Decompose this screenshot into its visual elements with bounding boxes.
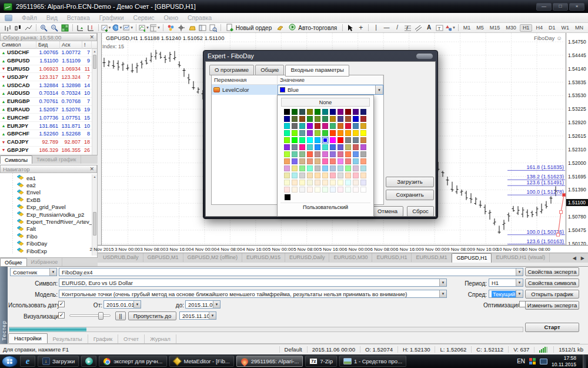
column-header[interactable]: Бид bbox=[36, 41, 60, 49]
palette-color-FFEFD5[interactable] bbox=[322, 180, 328, 185]
palette-color-FF1493[interactable] bbox=[299, 144, 305, 150]
chart-tab-GBPUSD,H1[interactable]: GBPUSD,H1 bbox=[452, 253, 492, 263]
menu-item-5[interactable]: Окно bbox=[164, 14, 178, 21]
symbol-row-USDCAD[interactable]: ▲USDCAD1.328841.3289814 bbox=[0, 81, 97, 89]
start-button[interactable] bbox=[2, 356, 18, 367]
palette-color-00FA9A[interactable] bbox=[284, 130, 290, 136]
custom-color-label[interactable]: Пользовательский bbox=[278, 204, 373, 210]
symbol-row-EURAUD[interactable]: ▲EURAUD1.520571.5207619 bbox=[0, 106, 97, 114]
palette-color-9ACD32[interactable] bbox=[315, 130, 320, 136]
palette-color-FFFAFA[interactable] bbox=[353, 187, 359, 193]
tester-tab-Журнал[interactable]: Журнал bbox=[145, 334, 176, 343]
palette-color-6495ED[interactable] bbox=[353, 151, 359, 157]
palette-color-000080[interactable] bbox=[330, 109, 336, 115]
palette-color-8FBC8F[interactable] bbox=[299, 151, 305, 157]
palette-color-FFA500[interactable] bbox=[345, 130, 351, 136]
chart-tab-EURUSD,Daily[interactable]: EURUSD,Daily bbox=[285, 253, 330, 262]
to-date-combobox[interactable]: 2015.11.09▼ bbox=[185, 300, 220, 309]
cancel-button[interactable]: Отмена bbox=[372, 206, 403, 217]
palette-color-7CFC00[interactable] bbox=[292, 130, 298, 136]
palette-color-B22222[interactable] bbox=[315, 123, 320, 129]
palette-color-483D8B[interactable] bbox=[338, 116, 343, 122]
zoom-in-icon[interactable] bbox=[39, 24, 49, 32]
expert-properties-button[interactable]: Свойства эксперта bbox=[525, 267, 579, 276]
taskbar-item-alpari[interactable]: 29511965: Alpari-... bbox=[236, 356, 303, 367]
close-button[interactable]: × bbox=[569, 3, 584, 11]
palette-color-D2691E[interactable] bbox=[338, 123, 343, 129]
dialog-close-button[interactable] bbox=[416, 53, 433, 59]
palette-color-5F9EA0[interactable] bbox=[299, 130, 305, 136]
none-color-button[interactable]: None bbox=[281, 98, 370, 107]
palette-color-40E0D0[interactable] bbox=[322, 144, 328, 150]
palette-color-A9A9A9[interactable] bbox=[360, 151, 366, 157]
palette-color-F08080[interactable] bbox=[345, 158, 351, 164]
period-combobox[interactable]: H1▼ bbox=[489, 279, 523, 287]
chart-tab-EURUSD,M1[interactable]: EURUSD,M1 bbox=[412, 253, 452, 262]
palette-color-87CEFA[interactable] bbox=[322, 165, 328, 171]
palette-color-00CED1[interactable] bbox=[284, 123, 290, 129]
taskbar-item-chrome[interactable]: эксперт для ручн... bbox=[99, 356, 166, 367]
navigator-item-Expert_TrendRiver_Artev_v[interactable]: Expert_TrendRiver_Artev_v bbox=[0, 218, 97, 225]
tester-vertical-tab[interactable]: Тестер bbox=[0, 267, 8, 344]
column-header[interactable]: Символ bbox=[0, 41, 36, 49]
palette-color-66CDAA[interactable] bbox=[292, 151, 298, 157]
vertical-line-icon[interactable]: | bbox=[371, 24, 381, 32]
tray-display-icon[interactable] bbox=[540, 359, 547, 364]
palette-color-F5F5DC[interactable] bbox=[307, 180, 313, 185]
line-chart-icon[interactable] bbox=[24, 24, 34, 32]
palette-color-D8BFD8[interactable] bbox=[353, 165, 359, 171]
chevron-down-icon[interactable]: ▼ bbox=[375, 85, 383, 94]
palette-color-228B22[interactable] bbox=[307, 116, 313, 122]
close-icon[interactable]: ✕ bbox=[89, 34, 94, 40]
timeframe-d1[interactable]: D1 bbox=[546, 24, 558, 32]
palette-color-FFE4E1[interactable] bbox=[284, 187, 290, 193]
start-button[interactable]: Старт bbox=[525, 323, 579, 332]
crosshair-tool-icon[interactable]: + bbox=[356, 24, 366, 32]
palette-color-DC143C[interactable] bbox=[345, 123, 351, 129]
visualization-slider[interactable] bbox=[69, 314, 111, 317]
palette-color-556B2F[interactable] bbox=[292, 116, 298, 122]
shapes-icon[interactable]: ▼ bbox=[445, 24, 456, 32]
palette-color-9932CC[interactable] bbox=[307, 130, 313, 136]
objects-icon[interactable] bbox=[166, 24, 176, 32]
palette-color-F5F5F5[interactable] bbox=[299, 187, 305, 193]
palette-color-FF6347[interactable] bbox=[307, 151, 313, 157]
chart-tab-EURUSD,M30[interactable]: EURUSD,M30 bbox=[329, 253, 372, 262]
palette-color-BC8F8F[interactable] bbox=[315, 151, 320, 157]
palette-color-FFC0CB[interactable] bbox=[353, 173, 359, 178]
palette-color-0000FF[interactable] bbox=[322, 137, 328, 143]
new-order-button[interactable]: Новый ордер bbox=[223, 24, 275, 32]
palette-color-808000[interactable] bbox=[307, 109, 313, 115]
palette-color-FFF0F5[interactable] bbox=[338, 187, 343, 193]
palette-color-87CEEB[interactable] bbox=[353, 158, 359, 164]
palette-color-00BFFF[interactable] bbox=[315, 137, 320, 143]
palette-color-00FF00[interactable] bbox=[292, 137, 298, 143]
tester-tab-Результаты[interactable]: Результаты bbox=[48, 334, 88, 343]
menu-item-0[interactable]: Файл bbox=[22, 14, 37, 21]
spread-combobox[interactable]: Текущий▼ bbox=[489, 290, 523, 298]
dialog-tab-Входные параметры[interactable]: Входные параметры bbox=[285, 65, 349, 77]
crosshair-icon[interactable] bbox=[176, 24, 186, 32]
palette-color-E6E6FA[interactable] bbox=[360, 180, 366, 185]
strategy-tester-icon[interactable] bbox=[208, 24, 218, 32]
palette-color-800000[interactable] bbox=[345, 109, 351, 115]
palette-color-32CD32[interactable] bbox=[322, 130, 328, 136]
palette-color-1E90FF[interactable] bbox=[315, 144, 320, 150]
palette-color-6A5ACD[interactable] bbox=[338, 144, 343, 150]
symbol-properties-button[interactable]: Свойства символа bbox=[525, 279, 579, 287]
palette-color-20B2AA[interactable] bbox=[299, 123, 305, 129]
symbol-row-CADJPY[interactable]: ▼CADJPY92.78992.80718 bbox=[0, 138, 97, 147]
palette-color-FFFFFF[interactable] bbox=[360, 187, 366, 193]
market-watch-scrollbar[interactable]: ▲ bbox=[92, 49, 97, 155]
price-axis[interactable]: 1.547501.544451.541401.538351.535301.532… bbox=[566, 33, 588, 245]
clock[interactable]: 17:58 10.11.2015 bbox=[552, 355, 579, 367]
palette-color-DAA520[interactable] bbox=[360, 123, 366, 129]
tester-type-combobox[interactable]: Советник▼ bbox=[10, 268, 57, 276]
palette-color-F5DEB3[interactable] bbox=[307, 173, 313, 178]
palette-color-C71585[interactable] bbox=[322, 123, 328, 129]
auto-scroll-icon[interactable] bbox=[75, 24, 85, 32]
palette-color-00008B[interactable] bbox=[284, 116, 290, 122]
palette-color-FFE4C4[interactable] bbox=[360, 173, 366, 178]
palette-color-B0C4DE[interactable] bbox=[330, 165, 336, 171]
skip-to-button[interactable]: Пропустить до bbox=[128, 311, 176, 320]
